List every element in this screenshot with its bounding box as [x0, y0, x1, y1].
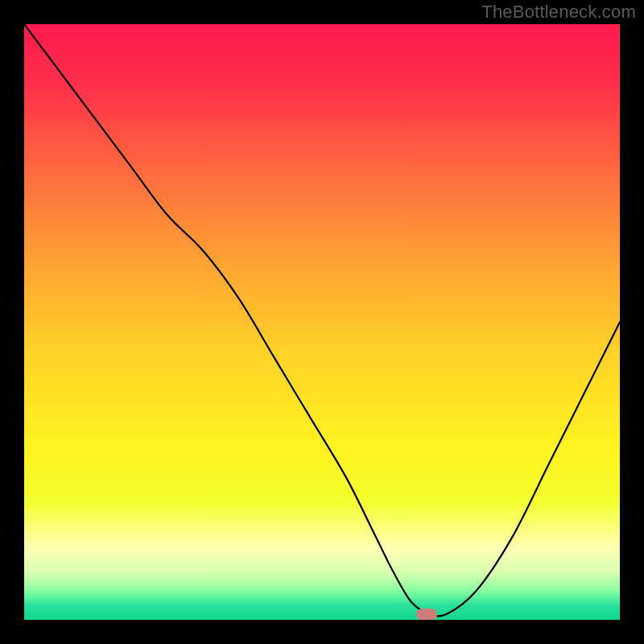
chart-frame: TheBottleneck.com [0, 0, 644, 644]
min-marker [416, 609, 437, 620]
plot-area [24, 24, 620, 620]
curve-layer [24, 24, 620, 620]
watermark-text: TheBottleneck.com [481, 2, 636, 23]
bottleneck-curve [24, 24, 620, 616]
